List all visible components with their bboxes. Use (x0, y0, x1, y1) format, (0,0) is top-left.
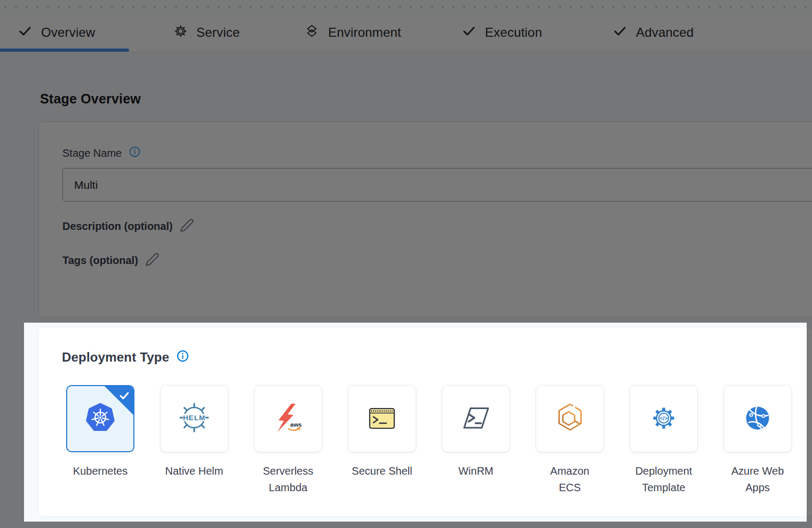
deployment-tile-kubernetes[interactable] (66, 385, 134, 452)
native-helm-icon: HELM (177, 401, 211, 437)
info-icon[interactable] (176, 349, 189, 365)
deployment-tile-winrm[interactable] (442, 385, 510, 452)
deployment-option-kubernetes: Kubernetes (66, 385, 134, 513)
deployment-option-azure-web-apps: Azure Web Apps (723, 385, 792, 513)
serverless-lambda-icon: aws (271, 401, 305, 437)
deployment-option-winrm: WinRM (442, 385, 510, 513)
stage-configuration-screen: Overview Service Environment (0, 0, 812, 528)
dim-overlay-top (0, 0, 812, 323)
dim-overlay-bottom (0, 522, 812, 528)
azure-web-apps-icon (741, 401, 775, 437)
dim-overlay-right (807, 323, 812, 522)
deployment-tile-azure-web-apps[interactable] (723, 385, 792, 452)
deployment-type-options: Kubernetes HELM (66, 385, 792, 513)
svg-text:aws: aws (290, 421, 302, 428)
deployment-tile-secure-shell[interactable] (348, 385, 416, 452)
tile-label: Serverless Lambda (257, 463, 319, 496)
tile-label: Native Helm (165, 463, 224, 479)
tile-label: Secure Shell (352, 463, 412, 479)
deployment-tile-serverless-lambda[interactable]: aws (254, 385, 322, 452)
selected-check-icon (118, 390, 130, 403)
deployment-option-secure-shell: Secure Shell (348, 385, 416, 513)
deployment-option-amazon-ecs: Amazon ECS (536, 385, 604, 513)
tile-label: Azure Web Apps (727, 463, 789, 496)
tile-label: Deployment Template (633, 463, 695, 496)
winrm-icon (459, 401, 493, 437)
deployment-type-title: Deployment Type (62, 350, 169, 365)
deployment-tile-native-helm[interactable]: HELM (160, 385, 228, 452)
tile-label: Amazon ECS (539, 463, 601, 496)
secure-shell-icon (365, 401, 399, 437)
deployment-option-native-helm: HELM Native Helm (160, 385, 228, 513)
deployment-type-title-row: Deployment Type (62, 349, 189, 365)
tile-label: WinRM (458, 463, 493, 479)
amazon-ecs-icon (553, 401, 587, 437)
deployment-tile-deployment-template[interactable]: </> (630, 385, 698, 452)
dim-overlay-left (0, 323, 24, 522)
svg-text:</>: </> (660, 415, 668, 421)
deployment-type-card: Deployment Type (38, 327, 812, 516)
deployment-type-section: Deployment Type (24, 323, 807, 522)
deployment-option-serverless-lambda: aws Serverless Lambda (254, 385, 322, 513)
deployment-option-deployment-template: </> Deployment Template (630, 385, 698, 513)
tile-label: Kubernetes (73, 463, 128, 479)
deployment-tile-amazon-ecs[interactable] (536, 385, 604, 452)
deployment-template-icon: </> (647, 401, 681, 437)
svg-text:HELM: HELM (183, 413, 205, 421)
